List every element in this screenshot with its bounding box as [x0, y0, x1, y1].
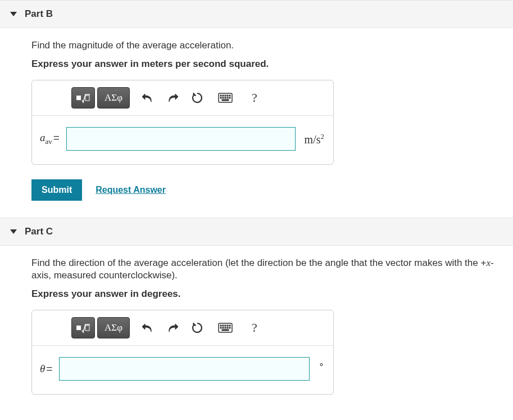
svg-rect-7	[229, 95, 230, 96]
svg-rect-6	[227, 95, 228, 96]
part-c-instruction: Express your answer in degrees.	[31, 288, 496, 300]
svg-rect-24	[225, 327, 226, 328]
templates-button[interactable]	[71, 87, 95, 109]
part-c-body: Find the direction of the average accele…	[0, 246, 513, 412]
redo-icon	[166, 322, 179, 333]
toolbar-c: ΑΣφ ?	[32, 310, 333, 346]
reset-button[interactable]	[187, 318, 207, 338]
undo-icon	[142, 92, 154, 103]
variable-label-c: θ=	[40, 363, 56, 375]
keyboard-icon	[218, 323, 233, 333]
svg-rect-20	[227, 325, 228, 326]
svg-rect-1	[85, 96, 89, 101]
fraction-root-icon	[76, 322, 90, 333]
submit-button[interactable]: Submit	[31, 179, 82, 201]
reset-icon	[191, 322, 203, 334]
help-button[interactable]: ?	[244, 88, 265, 108]
answer-row-b: aav= m/s2	[32, 116, 333, 164]
svg-rect-9	[223, 97, 224, 98]
part-c-title: Part C	[25, 226, 53, 237]
svg-rect-3	[220, 95, 221, 96]
svg-rect-22	[220, 327, 221, 328]
templates-button[interactable]	[71, 317, 95, 338]
reset-icon	[191, 92, 203, 104]
reset-button[interactable]	[187, 88, 207, 108]
keyboard-button[interactable]	[215, 88, 235, 108]
svg-rect-4	[223, 95, 224, 96]
svg-rect-12	[229, 97, 230, 98]
redo-button[interactable]	[162, 88, 183, 108]
part-b-title: Part B	[25, 8, 53, 20]
svg-rect-21	[229, 325, 230, 326]
svg-rect-10	[225, 97, 226, 98]
redo-button[interactable]	[162, 318, 183, 338]
svg-rect-15	[85, 326, 89, 331]
undo-button[interactable]	[138, 318, 158, 338]
fraction-root-icon	[76, 92, 90, 103]
collapse-icon	[10, 12, 17, 16]
symbols-button[interactable]: ΑΣφ	[97, 87, 130, 109]
svg-rect-17	[220, 325, 221, 326]
part-b-prompt: Find the magnitude of the average accele…	[31, 39, 496, 52]
redo-icon	[166, 92, 179, 103]
answer-input-b[interactable]	[66, 127, 296, 151]
svg-rect-25	[227, 327, 228, 328]
svg-rect-5	[225, 95, 226, 96]
part-b-body: Find the magnitude of the average accele…	[0, 28, 513, 218]
part-c-header[interactable]: Part C	[0, 218, 513, 246]
answer-input-c[interactable]	[59, 357, 310, 381]
part-b-header[interactable]: Part B	[0, 0, 513, 28]
answer-panel-b: ΑΣφ ? aav= m/	[31, 80, 334, 165]
collapse-icon	[10, 229, 17, 234]
part-c-prompt: Find the direction of the average accele…	[31, 257, 496, 282]
unit-label-b: m/s2	[305, 132, 324, 146]
keyboard-icon	[218, 93, 233, 103]
part-b-instruction: Express your answer in meters per second…	[31, 58, 496, 70]
svg-rect-19	[225, 325, 226, 326]
svg-rect-27	[222, 329, 229, 331]
svg-rect-23	[223, 327, 224, 328]
answer-row-c: θ= ∘	[32, 346, 333, 394]
svg-rect-0	[76, 96, 81, 100]
svg-rect-14	[76, 326, 81, 330]
actions-b: Submit Request Answer	[31, 179, 496, 201]
symbols-button[interactable]: ΑΣφ	[97, 317, 130, 338]
undo-button[interactable]	[138, 88, 158, 108]
svg-rect-8	[220, 97, 221, 98]
request-answer-link[interactable]: Request Answer	[96, 185, 166, 195]
variable-label-b: aav=	[40, 132, 63, 146]
toolbar-b: ΑΣφ ?	[32, 80, 333, 116]
keyboard-button[interactable]	[215, 318, 235, 338]
svg-rect-11	[227, 97, 228, 98]
svg-rect-26	[229, 327, 230, 328]
svg-rect-13	[222, 100, 229, 101]
help-button[interactable]: ?	[244, 318, 265, 338]
undo-icon	[142, 322, 154, 333]
svg-rect-18	[223, 325, 224, 326]
answer-panel-c: ΑΣφ ? θ= ∘	[31, 310, 334, 395]
unit-label-c: ∘	[319, 359, 324, 370]
